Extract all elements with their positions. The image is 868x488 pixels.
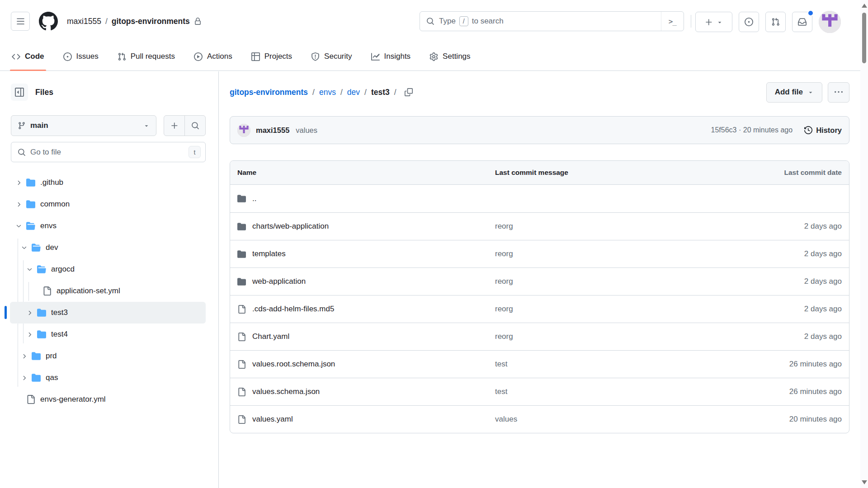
commit-message[interactable]: values <box>296 126 317 135</box>
table-row[interactable]: Chart.yaml reorg 2 days ago <box>230 323 849 350</box>
tree-chevron[interactable] <box>20 375 28 381</box>
tree-chevron[interactable] <box>20 244 28 251</box>
files-title: Files <box>35 88 53 97</box>
commit-author[interactable]: maxi1555 <box>256 126 289 135</box>
breadcrumb-dev[interactable]: dev <box>347 88 360 97</box>
tab-code[interactable]: Code <box>7 42 49 70</box>
scrollbar-thumb[interactable] <box>862 13 866 63</box>
commit-message-link[interactable]: reorg <box>495 249 513 258</box>
scrollbar-up-arrow[interactable] <box>862 4 867 8</box>
commit-message-link[interactable]: test <box>495 387 507 396</box>
inbox-button[interactable] <box>792 12 812 32</box>
branch-selector[interactable]: main <box>11 115 156 136</box>
tree-item-application-set.yml[interactable]: application-set.yml <box>10 280 206 302</box>
row-type-icon <box>237 333 246 341</box>
table-row[interactable]: values.schema.json test 26 minutes ago <box>230 378 849 405</box>
search-this-repo-button[interactable] <box>184 116 205 136</box>
breadcrumb-gitops-environments[interactable]: gitops-environments <box>230 88 308 97</box>
table-row[interactable]: charts/web-application reorg 2 days ago <box>230 212 849 240</box>
tree-item-common[interactable]: common <box>10 193 206 215</box>
tree-item-icon <box>42 286 52 296</box>
commit-author-avatar[interactable] <box>237 124 250 137</box>
file-name-link[interactable]: .cds-add-helm-files.md5 <box>252 305 334 314</box>
table-row[interactable]: values.yaml values 20 minutes ago <box>230 405 849 433</box>
repo-name-link[interactable]: gitops-environments <box>112 17 190 26</box>
tree-item-dev[interactable]: dev <box>10 237 206 258</box>
tree-item-test4[interactable]: test4 <box>10 324 206 345</box>
go-to-file-input[interactable]: Go to file t <box>11 142 206 162</box>
tree-item-icon <box>32 352 41 361</box>
table-body: .. charts/web-application reorg 2 days a… <box>230 185 849 433</box>
commit-sha-link[interactable]: 15f56c3 <box>711 126 737 134</box>
hamburger-menu-button[interactable] <box>11 12 30 31</box>
tab-settings[interactable]: Settings <box>425 42 475 70</box>
tree-item-label: dev <box>46 243 58 252</box>
tree-item-label: .github <box>40 178 63 187</box>
table-row[interactable]: .cds-add-helm-files.md5 reorg 2 days ago <box>230 295 849 323</box>
file-name-link[interactable]: values.yaml <box>252 415 293 424</box>
pull-requests-button[interactable] <box>765 12 786 32</box>
table-row[interactable]: web-application reorg 2 days ago <box>230 267 849 295</box>
table-row[interactable]: templates reorg 2 days ago <box>230 240 849 267</box>
commit-message-link[interactable]: reorg <box>495 222 513 230</box>
commit-message-link[interactable]: reorg <box>495 305 513 313</box>
more-options-button[interactable] <box>828 82 849 103</box>
tab-insights[interactable]: Insights <box>367 42 415 70</box>
tree-chevron[interactable] <box>14 396 23 403</box>
create-new-button[interactable] <box>695 12 732 32</box>
file-name-link[interactable]: values.schema.json <box>252 387 320 396</box>
command-palette-button[interactable]: >_ <box>661 12 684 31</box>
tree-item-envs-generator.yml[interactable]: envs-generator.yml <box>10 389 206 410</box>
file-name-link[interactable]: .. <box>252 194 256 203</box>
file-name-link[interactable]: charts/web-application <box>252 222 329 231</box>
tree-chevron[interactable] <box>31 288 39 295</box>
tree-item-envs[interactable]: envs <box>10 215 206 237</box>
table-row[interactable]: values.root.schema.json test 26 minutes … <box>230 350 849 378</box>
tree-chevron[interactable] <box>20 353 28 360</box>
tree-item-icon <box>26 178 35 187</box>
tab-pull-requests[interactable]: Pull requests <box>113 42 179 70</box>
file-name-link[interactable]: web-application <box>252 277 306 286</box>
tree-item-qas[interactable]: qas <box>10 367 206 389</box>
tree-chevron[interactable] <box>14 201 23 208</box>
header-divider <box>691 15 691 28</box>
copy-path-button[interactable] <box>401 84 416 100</box>
tab-security[interactable]: Security <box>307 42 356 70</box>
tree-item-test3[interactable]: test3 <box>10 302 206 324</box>
commit-message-link[interactable]: reorg <box>495 332 513 341</box>
collapse-file-tree-button[interactable] <box>11 84 28 101</box>
file-name-link[interactable]: Chart.yaml <box>252 332 289 341</box>
global-search-input[interactable]: Type / to search >_ <box>420 11 684 31</box>
history-button[interactable]: History <box>804 126 842 135</box>
scrollbar-down-arrow[interactable] <box>862 480 867 484</box>
file-name-link[interactable]: templates <box>252 249 286 258</box>
commit-date: 2 days ago <box>736 332 849 341</box>
page-scrollbar[interactable] <box>860 0 868 488</box>
commit-message-link[interactable]: reorg <box>495 277 513 286</box>
new-file-button[interactable] <box>164 116 184 136</box>
tree-chevron[interactable] <box>25 331 33 338</box>
tab-actions[interactable]: Actions <box>189 42 237 70</box>
tree-chevron[interactable] <box>25 310 33 316</box>
github-logo-icon[interactable] <box>39 12 58 31</box>
tree-chevron[interactable] <box>14 179 23 186</box>
tree-chevron[interactable] <box>25 266 33 273</box>
table-row[interactable]: .. <box>230 185 849 212</box>
commit-message-link[interactable]: values <box>495 415 517 423</box>
file-name-link[interactable]: values.root.schema.json <box>252 360 335 369</box>
tree-item-.github[interactable]: .github <box>10 172 206 193</box>
tab-issues[interactable]: Issues <box>59 42 103 70</box>
tab-projects[interactable]: Projects <box>247 42 297 70</box>
tree-item-label: test3 <box>51 308 68 317</box>
add-file-button[interactable]: Add file <box>766 82 822 103</box>
commit-date: 20 minutes ago <box>736 415 849 424</box>
repo-owner-link[interactable]: maxi1555 <box>67 17 101 26</box>
tree-item-argocd[interactable]: argocd <box>10 258 206 280</box>
commit-message-link[interactable]: test <box>495 360 507 368</box>
tree-chevron[interactable] <box>14 223 23 230</box>
tree-item-prd[interactable]: prd <box>10 345 206 367</box>
go-to-file-placeholder: Go to file <box>30 148 61 157</box>
user-avatar[interactable] <box>819 11 841 33</box>
issues-button[interactable] <box>739 12 759 32</box>
breadcrumb-envs[interactable]: envs <box>319 88 336 97</box>
